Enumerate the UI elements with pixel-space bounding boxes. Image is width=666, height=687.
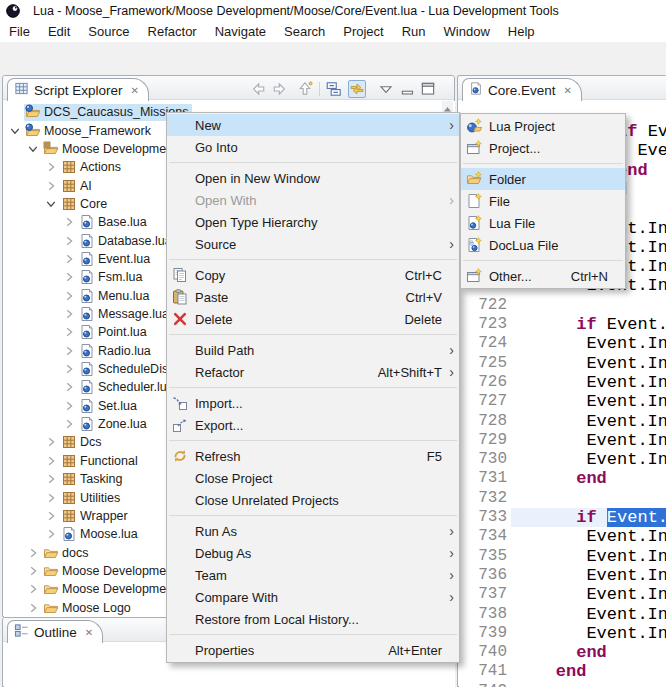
menu-item-team[interactable]: Team› [167, 564, 459, 586]
menubar-item-help[interactable]: Help [499, 22, 544, 42]
tree-item-menu-lua[interactable]: Menu.lua [63, 287, 152, 305]
up-icon[interactable] [296, 80, 314, 98]
menu-item-lua-file[interactable]: Lua File [461, 212, 625, 234]
close-icon[interactable]: ✕ [85, 627, 93, 638]
close-icon[interactable]: ✕ [564, 85, 572, 96]
chevron-right-icon[interactable] [63, 400, 78, 412]
menu-item-source[interactable]: Source› [167, 233, 459, 255]
chevron-right-icon[interactable] [45, 180, 60, 192]
chevron-right-icon[interactable] [45, 161, 60, 173]
menu-item-file[interactable]: File [461, 190, 625, 212]
tab-outline[interactable]: Outline ✕ [7, 620, 103, 643]
tree-item-tasking[interactable]: Tasking [45, 470, 125, 488]
chevron-right-icon[interactable] [45, 455, 60, 467]
tree-item-radio-lua[interactable]: Radio.lua [63, 342, 154, 360]
minimize-icon[interactable] [399, 80, 417, 98]
tree-item-zone-lua[interactable]: Zone.lua [63, 415, 150, 433]
chevron-right-icon[interactable] [45, 528, 60, 540]
tree-item-functional[interactable]: Functional [45, 452, 141, 470]
menu-item-restore-from-local-history[interactable]: Restore from Local History... [167, 608, 459, 630]
tree-item-base-lua[interactable]: Base.lua [63, 213, 150, 231]
tree-item-dcs-caucasus-missions[interactable]: DCS_Caucasus_Missions [9, 103, 192, 121]
chevron-right-icon[interactable] [63, 326, 78, 338]
tree-item-point-lua[interactable]: Point.lua [63, 323, 150, 341]
menubar-item-source[interactable]: Source [79, 22, 138, 42]
tree-item-moose-lua[interactable]: Moose.lua [45, 525, 141, 543]
tab-core-event[interactable]: Core.Event ✕ [462, 78, 582, 101]
menubar-item-search[interactable]: Search [275, 22, 334, 42]
menu-item-refactor[interactable]: RefactorAlt+Shift+T› [167, 361, 459, 383]
menu-item-build-path[interactable]: Build Path› [167, 339, 459, 361]
chevron-right-icon[interactable] [63, 253, 78, 265]
menubar-item-navigate[interactable]: Navigate [206, 22, 275, 42]
tree-item-scheduler-lua[interactable]: Scheduler.lua [63, 378, 177, 396]
menu-item-open-type-hierarchy[interactable]: Open Type Hierarchy [167, 211, 459, 233]
tree-item-utilities[interactable]: Utilities [45, 488, 123, 506]
close-icon[interactable]: ✕ [131, 85, 139, 96]
tree-item-dcs[interactable]: Dcs [45, 433, 105, 451]
chevron-right-icon[interactable] [63, 363, 78, 375]
chevron-right-icon[interactable] [45, 436, 60, 448]
menu-item-delete[interactable]: DeleteDelete [167, 308, 459, 330]
tree-item-event-lua[interactable]: Event.lua [63, 250, 153, 268]
menu-item-close-project[interactable]: Close Project [167, 467, 459, 489]
chevron-right-icon[interactable] [27, 565, 42, 577]
tree-item-moose-framework[interactable]: Moose_Framework [9, 121, 154, 139]
chevron-right-icon[interactable] [63, 381, 78, 393]
tree-item-moose-development[interactable]: Moose Development [27, 140, 180, 158]
chevron-down-icon[interactable] [9, 125, 24, 137]
view-menu-icon[interactable] [377, 80, 395, 98]
menu-item-other[interactable]: Other...Ctrl+N [461, 265, 625, 287]
menu-item-lua-project[interactable]: Lua Project [461, 115, 625, 137]
link-with-editor-icon[interactable] [348, 80, 366, 98]
back-arrow-icon[interactable] [248, 80, 266, 98]
menu-item-export[interactable]: Export... [167, 414, 459, 436]
tree-item-database-lua[interactable]: Database.lua [63, 231, 175, 249]
menu-item-folder[interactable]: Folder [461, 168, 625, 190]
menu-item-go-into[interactable]: Go Into [167, 136, 459, 158]
chevron-down-icon[interactable] [27, 143, 42, 155]
menu-item-compare-with[interactable]: Compare With› [167, 586, 459, 608]
menu-item-project[interactable]: Project... [461, 137, 625, 159]
menu-item-run-as[interactable]: Run As› [167, 520, 459, 542]
chevron-right-icon[interactable] [45, 492, 60, 504]
menubar-item-edit[interactable]: Edit [39, 22, 79, 42]
menu-item-debug-as[interactable]: Debug As› [167, 542, 459, 564]
maximize-icon[interactable] [419, 80, 437, 98]
tab-script-explorer[interactable]: Script Explorer ✕ [7, 78, 149, 101]
chevron-right-icon[interactable] [63, 345, 78, 357]
collapse-all-icon[interactable] [325, 80, 343, 98]
menubar-item-run[interactable]: Run [393, 22, 435, 42]
menubar-item-file[interactable]: File [0, 22, 39, 42]
chevron-right-icon[interactable] [63, 308, 78, 320]
menubar-item-project[interactable]: Project [334, 22, 392, 42]
tree-item-message-lua[interactable]: Message.lua [63, 305, 172, 323]
menu-item-properties[interactable]: PropertiesAlt+Enter [167, 639, 459, 661]
tree-item-moose-logo[interactable]: Moose Logo [27, 598, 134, 616]
chevron-down-icon[interactable] [45, 198, 60, 210]
chevron-right-icon[interactable] [63, 216, 78, 228]
menu-item-open-with[interactable]: Open With› [167, 189, 459, 211]
chevron-right-icon[interactable] [63, 290, 78, 302]
chevron-right-icon[interactable] [45, 473, 60, 485]
forward-arrow-icon[interactable] [272, 80, 290, 98]
chevron-right-icon[interactable] [63, 418, 78, 430]
chevron-right-icon[interactable] [27, 583, 42, 595]
chevron-right-icon[interactable] [63, 235, 78, 247]
menu-item-refresh[interactable]: RefreshF5 [167, 445, 459, 467]
tree-item-moose-developme[interactable]: Moose Developme [27, 562, 169, 580]
tree-item-actions[interactable]: Actions [45, 158, 124, 176]
menu-item-new[interactable]: New› [167, 114, 459, 136]
menubar-item-window[interactable]: Window [435, 22, 499, 42]
menubar-item-refactor[interactable]: Refactor [139, 22, 206, 42]
tree-item-fsm-lua[interactable]: Fsm.lua [63, 268, 145, 286]
menu-item-copy[interactable]: CopyCtrl+C [167, 264, 459, 286]
tree-item-core[interactable]: Core [45, 195, 110, 213]
tree-item-ai[interactable]: AI [45, 176, 95, 194]
menu-item-close-unrelated-projects[interactable]: Close Unrelated Projects [167, 489, 459, 511]
menu-item-paste[interactable]: PasteCtrl+V [167, 286, 459, 308]
menu-item-open-in-new-window[interactable]: Open in New Window [167, 167, 459, 189]
menu-item-doclua-file[interactable]: @DocLua File [461, 234, 625, 256]
tree-item-moose-developme[interactable]: Moose Developme [27, 580, 169, 598]
tree-item-set-lua[interactable]: Set.lua [63, 397, 140, 415]
